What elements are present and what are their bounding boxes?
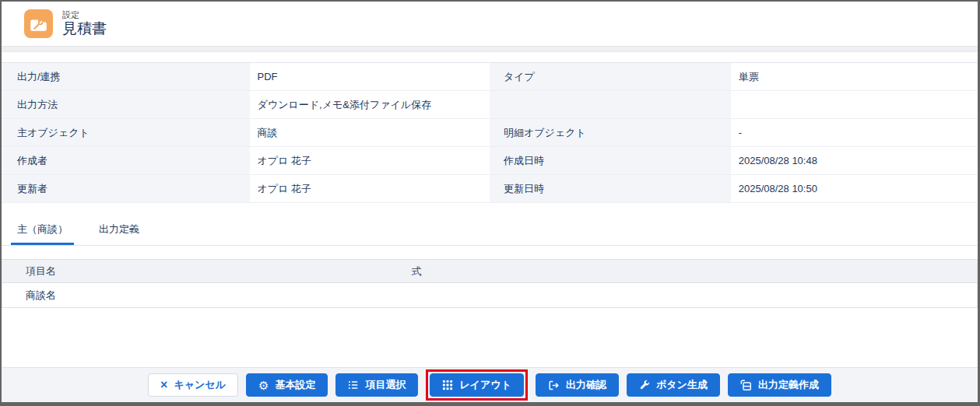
table-row: 出力方法 ダウンロード,メモ&添付ファイル保存 xyxy=(2,91,978,119)
cancel-button[interactable]: × キャンセル xyxy=(148,373,238,397)
column-header-field-name: 項目名 xyxy=(2,260,412,283)
layout-button-highlight: レイアウト xyxy=(426,369,528,401)
table-row: 出力/連携 PDF タイプ 単票 xyxy=(2,63,978,91)
object-tabs: 主（商談） 出力定義 xyxy=(2,215,978,246)
close-icon: × xyxy=(160,379,167,391)
page-header: 設定 見積書 xyxy=(2,2,978,46)
field-label: タイプ xyxy=(490,63,731,91)
field-value: 2025/08/28 10:50 xyxy=(731,175,978,203)
field-label: 更新日時 xyxy=(490,175,731,203)
basic-settings-button[interactable]: ⚙ 基本設定 xyxy=(246,373,328,397)
action-footer: × キャンセル ⚙ 基本設定 項目選択 xyxy=(2,367,978,402)
field-selection-button[interactable]: 項目選択 xyxy=(335,373,418,397)
formula-cell xyxy=(412,283,978,308)
definition-detail-table: 出力/連携 PDF タイプ 単票 出力方法 ダウンロード,メモ&添付ファイル保存… xyxy=(2,62,978,203)
copy-icon xyxy=(740,380,752,391)
table-header-row: 項目名 式 xyxy=(2,260,978,283)
field-value: オプロ 花子 xyxy=(250,147,490,175)
field-label: 出力/連携 xyxy=(2,63,250,91)
folder-wrench-icon xyxy=(30,15,47,33)
field-label: 主オブジェクト xyxy=(2,119,250,147)
list-icon xyxy=(348,380,359,390)
table-row[interactable]: 商談名 xyxy=(2,283,978,308)
field-value: 2025/08/28 10:48 xyxy=(731,147,978,175)
gear-icon: ⚙ xyxy=(258,380,269,391)
page-title: 見積書 xyxy=(62,20,107,37)
field-name-cell: 商談名 xyxy=(2,283,412,308)
grid-icon xyxy=(442,380,453,390)
tab-output-definition[interactable]: 出力定義 xyxy=(93,215,146,245)
field-label: 更新者 xyxy=(2,175,250,203)
button-generate-button[interactable]: ボタン生成 xyxy=(627,373,720,397)
layout-button[interactable]: レイアウト xyxy=(430,373,524,397)
setup-context-label: 設定 xyxy=(62,10,107,20)
column-header-formula: 式 xyxy=(412,260,978,283)
field-value: オプロ 花子 xyxy=(250,175,490,203)
field-label xyxy=(490,91,731,119)
setup-page: 設定 見積書 出力/連携 PDF タイプ 単票 出力方法 ダウンロード,メモ&添… xyxy=(0,0,980,406)
output-confirm-button[interactable]: 出力確認 xyxy=(536,373,619,397)
field-label: 作成者 xyxy=(2,147,250,175)
table-row: 更新者 オプロ 花子 更新日時 2025/08/28 10:50 xyxy=(2,175,978,203)
header-titles: 設定 見積書 xyxy=(62,10,107,37)
header-divider xyxy=(2,46,978,52)
field-list-table: 項目名 式 商談名 xyxy=(2,259,978,308)
field-value: 単票 xyxy=(731,63,978,91)
create-output-definition-button[interactable]: 出力定義作成 xyxy=(728,373,831,397)
field-value: PDF xyxy=(250,63,490,91)
field-value: - xyxy=(731,119,978,147)
field-label: 明細オブジェクト xyxy=(490,119,731,147)
tab-main-object[interactable]: 主（商談） xyxy=(11,215,74,245)
field-value: 商談 xyxy=(250,119,490,147)
table-row: 主オブジェクト 商談 明細オブジェクト - xyxy=(2,119,978,147)
field-value: ダウンロード,メモ&添付ファイル保存 xyxy=(250,91,490,119)
table-row: 作成者 オプロ 花子 作成日時 2025/08/28 10:48 xyxy=(2,147,978,175)
field-label: 出力方法 xyxy=(2,91,250,119)
field-value xyxy=(731,91,978,119)
export-icon xyxy=(548,380,560,391)
document-settings-icon xyxy=(24,9,53,38)
wrench-icon xyxy=(639,380,650,390)
field-label: 作成日時 xyxy=(490,147,731,175)
